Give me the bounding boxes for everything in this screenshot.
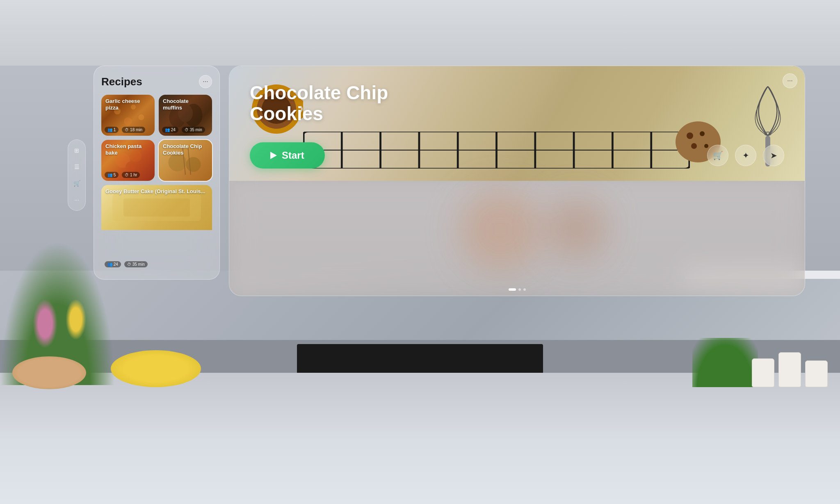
compass-action-button[interactable]: ✦	[735, 145, 756, 166]
pizza-label: Garlic cheese pizza	[105, 98, 151, 111]
pizza-servings: 👥 1	[105, 127, 119, 133]
detail-bottom	[229, 181, 805, 296]
recipe-card-pizza[interactable]: Garlic cheese pizza 👥 1 ⏱ 18 min	[101, 95, 155, 136]
cookies-card-label: Chocolate Chip Cookies	[163, 143, 208, 156]
chicken-meta: 👥 5 ⏱ 1 hr	[105, 172, 140, 178]
detail-hero: Chocolate Chip Cookies Start 🛒 ✦ ➤	[229, 66, 805, 181]
recipe-grid: Garlic cheese pizza 👥 1 ⏱ 18 min Chocola…	[101, 95, 212, 270]
recipes-panel: Recipes ··· Garlic cheese pizza 👥 1 ⏱ 18…	[94, 66, 220, 280]
svg-point-2	[124, 117, 132, 125]
pizza-meta: 👥 1 ⏱ 18 min	[105, 127, 145, 133]
action-icons: 🛒 ✦ ➤	[707, 145, 784, 166]
list-icon[interactable]: ☰	[70, 160, 83, 173]
start-label: Start	[282, 150, 304, 161]
detail-panel: ···	[229, 66, 805, 296]
muffins-label: Chocolate muffins	[163, 98, 208, 111]
pagination-dots	[509, 288, 526, 291]
svg-point-32	[700, 131, 705, 136]
bread-plate	[12, 356, 86, 389]
canisters	[752, 352, 828, 387]
cake-time: ⏱ 35 min	[124, 261, 148, 267]
detail-more-button[interactable]: ···	[783, 73, 797, 88]
start-button[interactable]: Start	[250, 142, 325, 169]
recipe-card-cookies[interactable]: Chocolate Chip Cookies	[159, 140, 212, 181]
upper-cabinet	[0, 0, 840, 66]
purple-flowers	[33, 299, 57, 348]
basket-action-button[interactable]: 🛒	[707, 145, 728, 166]
detail-title: Chocolate Chip Cookies	[250, 82, 414, 124]
dot-2[interactable]	[518, 288, 521, 291]
recipes-more-button[interactable]: ···	[199, 75, 212, 88]
canister-3	[805, 360, 828, 387]
kitchen-counter	[0, 373, 840, 504]
muffins-time: ⏱ 35 min	[182, 127, 205, 133]
lemons-bowl	[111, 350, 201, 387]
basket-icon[interactable]: 🛒	[70, 177, 83, 190]
blur-blob-2	[546, 197, 607, 259]
canister-1	[752, 358, 774, 387]
yellow-flowers	[66, 299, 86, 340]
panel-header: Recipes ···	[101, 75, 212, 88]
herbs	[692, 338, 758, 387]
svg-point-3	[139, 114, 144, 120]
chicken-time: ⏱ 1 hr	[122, 172, 140, 178]
recipe-card-cake[interactable]: Gooey Butter Cake (Original St. Louis...…	[101, 185, 212, 270]
recipe-card-muffins[interactable]: Chocolate muffins 👥 24 ⏱ 35 min	[159, 95, 212, 136]
more-sidebar-icon[interactable]: ···	[70, 193, 83, 206]
muffins-servings: 👥 24	[162, 127, 178, 133]
svg-point-31	[687, 132, 693, 139]
detail-actions: Start 🛒 ✦ ➤	[250, 142, 784, 169]
calendar-icon[interactable]: ⊞	[70, 144, 83, 157]
chicken-servings: 👥 5	[105, 172, 119, 178]
share-action-button[interactable]: ➤	[763, 145, 784, 166]
recipe-card-chicken[interactable]: Chicken pasta bake 👥 5 ⏱ 1 hr	[101, 140, 155, 181]
svg-point-11	[186, 157, 201, 172]
blur-blob-1	[459, 189, 541, 271]
cake-servings: 👥 24	[105, 261, 121, 267]
panel-title: Recipes	[101, 75, 142, 88]
cake-label: Gooey Butter Cake (Original St. Louis...	[105, 188, 208, 195]
svg-rect-15	[123, 198, 190, 217]
canister-2	[778, 352, 801, 387]
sidebar-panel: ⊞ ☰ 🛒 ···	[68, 139, 86, 211]
dot-1[interactable]	[509, 288, 516, 291]
muffins-meta: 👥 24 ⏱ 35 min	[162, 127, 205, 133]
cake-meta: 👥 24 ⏱ 35 min	[105, 261, 148, 267]
pizza-time: ⏱ 18 min	[122, 127, 145, 133]
chicken-label: Chicken pasta bake	[105, 143, 151, 156]
dot-3[interactable]	[523, 288, 526, 291]
play-icon	[270, 152, 277, 159]
svg-point-9	[126, 162, 136, 171]
